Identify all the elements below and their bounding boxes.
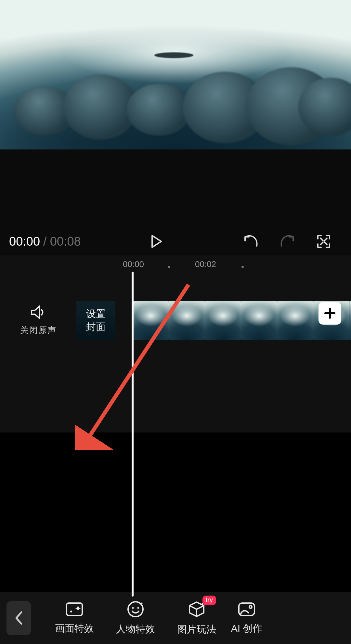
try-badge: try [202,596,216,605]
speaker-icon [30,305,46,319]
time-separator: / [43,235,47,249]
clip-frame [205,301,241,340]
clip-frame [349,301,351,340]
ai-create-icon [238,601,256,617]
svg-point-8 [249,606,252,608]
ruler-mark: 00:00 [123,259,144,269]
play-icon [150,234,163,249]
clip-frame [241,301,277,340]
fullscreen-icon [317,234,331,249]
video-preview[interactable] [0,0,351,149]
svg-rect-1 [67,603,82,615]
svg-point-5 [137,607,139,609]
tool-screen-effects[interactable]: 画面特效 [44,601,105,635]
tool-label: 人物特效 [116,623,155,636]
ruler-dot: • [168,262,171,272]
tool-face-effects[interactable]: 人物特效 [105,600,166,636]
svg-point-4 [132,607,134,609]
svg-point-2 [70,611,72,612]
toolbar-back-button[interactable] [6,601,31,635]
undo-icon [243,235,259,248]
plus-icon [324,307,336,319]
effects-toolbar: 画面特效 人物特效 try 图片玩法 AI 创作 [0,592,351,644]
tool-label: AI 创作 [231,622,263,635]
tool-ai-create[interactable]: AI 创作 [227,601,266,635]
clip-frame [133,301,169,340]
screen-effects-icon [65,601,84,617]
clip-track: 关闭原声 设置 封面 [0,301,351,340]
timeline[interactable]: 00:00 • 00:02 • 关闭原声 设置 封面 [0,255,351,432]
tool-image-play[interactable]: try 图片玩法 [166,600,227,636]
timeline-gap [0,432,351,601]
tool-label: 画面特效 [55,622,94,635]
ruler-mark: 00:02 [195,259,216,269]
redo-icon [280,235,295,248]
undo-button[interactable] [241,232,261,251]
tool-label: 图片玩法 [177,623,216,636]
play-button[interactable] [147,232,166,251]
add-clip-button[interactable] [318,302,341,325]
face-effects-icon [127,600,144,618]
chevron-left-icon [14,611,23,625]
mute-original-audio-button[interactable]: 关闭原声 [0,305,76,336]
time-current: 00:00 [9,235,40,249]
cover-label: 设置 封面 [86,307,106,333]
player-bar: 00:00 / 00:08 [0,227,351,255]
clip-frame [277,301,313,340]
redo-button[interactable] [278,232,297,251]
ruler-dot: • [241,262,244,272]
time-total: 00:08 [50,235,81,249]
timeline-ruler: 00:00 • 00:02 • [0,255,351,272]
set-cover-button[interactable]: 设置 封面 [76,301,115,340]
time-display: 00:00 / 00:08 [9,235,81,249]
clip-frame [169,301,205,340]
preview-gap [0,149,351,227]
playhead[interactable] [132,272,134,597]
fullscreen-button[interactable] [314,232,333,251]
mute-label: 关闭原声 [20,325,57,336]
